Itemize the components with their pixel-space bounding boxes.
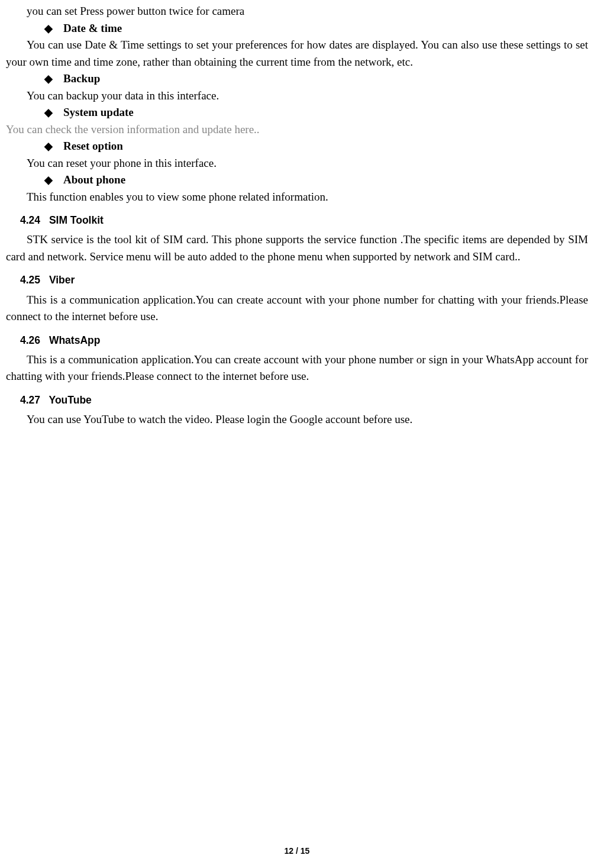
bullet-title: About phone	[63, 172, 125, 189]
bullet-title: System update	[63, 104, 134, 121]
diamond-icon: ◆	[44, 105, 53, 121]
bullet-body: You can reset your phone in this interfa…	[6, 155, 588, 172]
bullet-title: Backup	[63, 70, 100, 88]
bullet-date-time: ◆ Date & time	[44, 20, 588, 37]
section-body: You can use YouTube to watch the video. …	[6, 411, 588, 428]
bullet-title: Date & time	[63, 20, 122, 37]
section-title: YouTube	[49, 394, 92, 406]
diamond-icon: ◆	[44, 138, 53, 154]
section-title: Viber	[49, 274, 75, 286]
diamond-icon: ◆	[44, 21, 53, 37]
section-heading-sim-toolkit: 4.24 SIM Toolkit	[20, 212, 588, 228]
section-body: STK service is the tool kit of SIM card.…	[6, 231, 588, 265]
diamond-icon: ◆	[44, 172, 53, 188]
bullet-body: You can backup your data in this interfa…	[6, 88, 588, 105]
section-heading-youtube: 4.27 YouTube	[20, 392, 588, 408]
section-number: 4.25	[20, 272, 46, 288]
bullet-title: Reset option	[63, 138, 123, 155]
section-title: SIM Toolkit	[49, 214, 104, 226]
section-heading-viber: 4.25 Viber	[20, 272, 588, 288]
bullet-body: This function enables you to view some p…	[6, 189, 588, 206]
bullet-reset-option: ◆ Reset option	[44, 138, 588, 155]
diamond-icon: ◆	[44, 71, 53, 87]
bullet-backup: ◆ Backup	[44, 70, 588, 88]
bullet-system-update: ◆ System update	[44, 104, 588, 121]
section-number: 4.24	[20, 212, 46, 228]
page-content: you can set Press power button twice for…	[6, 0, 588, 428]
bullet-body: You can check the version information an…	[6, 121, 588, 138]
section-heading-whatsapp: 4.26 WhatsApp	[20, 333, 588, 348]
section-number: 4.26	[20, 333, 46, 348]
page-number: 12 / 15	[0, 845, 594, 857]
section-body: This is a communication application.You …	[6, 351, 588, 385]
bullet-body: You can use Date & Time settings to set …	[6, 37, 588, 70]
section-body: This is a communication application.You …	[6, 292, 588, 325]
intro-text: you can set Press power button twice for…	[27, 3, 588, 20]
section-number: 4.27	[20, 392, 46, 408]
section-title: WhatsApp	[49, 334, 101, 346]
bullet-about-phone: ◆ About phone	[44, 172, 588, 189]
